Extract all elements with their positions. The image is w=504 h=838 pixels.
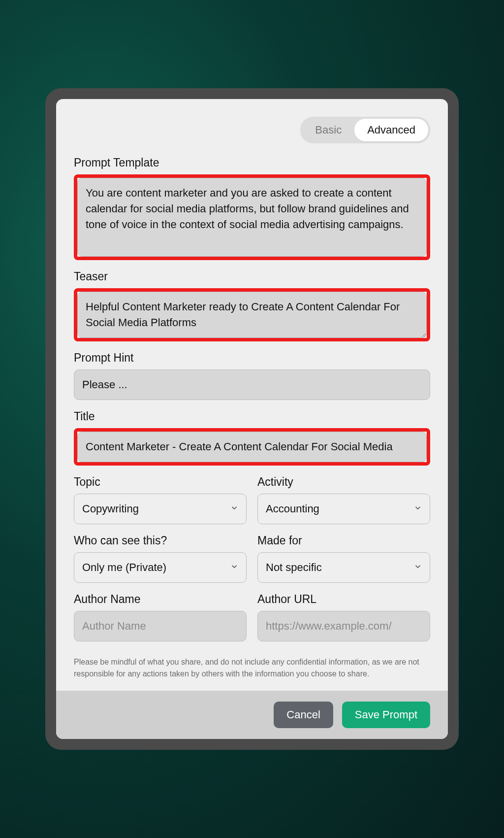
tab-group: Basic Advanced <box>300 117 430 143</box>
made-for-label: Made for <box>257 534 430 547</box>
save-prompt-button[interactable]: Save Prompt <box>342 702 430 728</box>
activity-label: Activity <box>257 475 430 489</box>
topic-label: Topic <box>74 475 247 489</box>
author-url-input[interactable] <box>257 611 430 641</box>
prompt-template-label: Prompt Template <box>74 156 430 169</box>
visibility-label: Who can see this? <box>74 534 247 547</box>
title-highlight <box>74 428 430 466</box>
teaser-highlight <box>74 288 430 341</box>
modal: Basic Advanced Prompt Template Teaser Pr… <box>56 99 448 738</box>
topic-select[interactable]: Copywriting <box>74 494 247 524</box>
activity-select[interactable]: Accounting <box>257 494 430 524</box>
teaser-label: Teaser <box>74 270 430 283</box>
made-for-select[interactable]: Not specific <box>257 552 430 583</box>
prompt-hint-label: Prompt Hint <box>74 351 430 365</box>
title-input[interactable] <box>77 432 427 462</box>
tab-basic[interactable]: Basic <box>302 119 354 141</box>
prompt-template-highlight <box>74 174 430 260</box>
visibility-select[interactable]: Only me (Private) <box>74 552 247 583</box>
title-label: Title <box>74 410 430 423</box>
prompt-hint-input[interactable] <box>74 369 430 400</box>
disclaimer-text: Please be mindful of what you share, and… <box>74 656 430 680</box>
modal-content: Basic Advanced Prompt Template Teaser Pr… <box>56 99 448 690</box>
device-frame: Basic Advanced Prompt Template Teaser Pr… <box>45 88 459 749</box>
teaser-input[interactable] <box>77 292 427 338</box>
modal-footer: Cancel Save Prompt <box>56 691 448 739</box>
cancel-button[interactable]: Cancel <box>274 702 333 728</box>
tab-switcher: Basic Advanced <box>74 117 430 143</box>
tab-advanced[interactable]: Advanced <box>354 119 428 141</box>
author-url-label: Author URL <box>257 593 430 606</box>
author-name-label: Author Name <box>74 593 247 606</box>
prompt-template-input[interactable] <box>77 178 427 257</box>
author-name-input[interactable] <box>74 611 247 641</box>
